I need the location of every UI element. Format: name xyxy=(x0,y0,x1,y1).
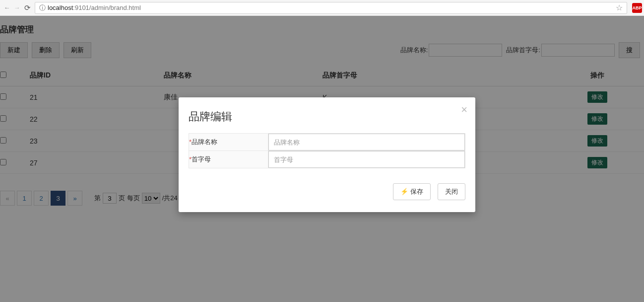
url-port: :9101 xyxy=(73,4,89,11)
field-label-letter: *首字母 xyxy=(189,151,268,168)
nav-back-icon[interactable]: ← xyxy=(2,4,12,11)
url-host: localhost xyxy=(48,4,73,11)
save-button[interactable]: ⚡保存 xyxy=(393,183,431,200)
bookmark-star-icon[interactable]: ☆ xyxy=(616,3,623,12)
info-icon: ⓘ xyxy=(39,3,46,12)
abp-extension-icon[interactable]: ABP xyxy=(632,3,642,13)
url-text: localhost:9101/admin/brand.html xyxy=(48,4,141,11)
close-button[interactable]: 关闭 xyxy=(438,183,465,200)
brand-name-input[interactable] xyxy=(268,134,465,151)
url-path: /admin/brand.html xyxy=(89,4,141,11)
reload-icon[interactable]: ⟳ xyxy=(22,3,33,12)
url-bar[interactable]: ⓘ localhost:9101/admin/brand.html ☆ xyxy=(35,2,627,14)
first-letter-input[interactable] xyxy=(268,151,465,168)
browser-toolbar: ← → ⟳ ⓘ localhost:9101/admin/brand.html … xyxy=(0,0,644,16)
field-label-name: *品牌名称 xyxy=(189,134,268,151)
brand-edit-modal: × 品牌编辑 *品牌名称 *首字母 ⚡保存 关闭 xyxy=(179,97,475,212)
bolt-icon: ⚡ xyxy=(400,188,408,195)
close-icon[interactable]: × xyxy=(461,103,467,116)
modal-title: 品牌编辑 xyxy=(189,109,465,124)
nav-forward-icon: → xyxy=(12,4,22,11)
